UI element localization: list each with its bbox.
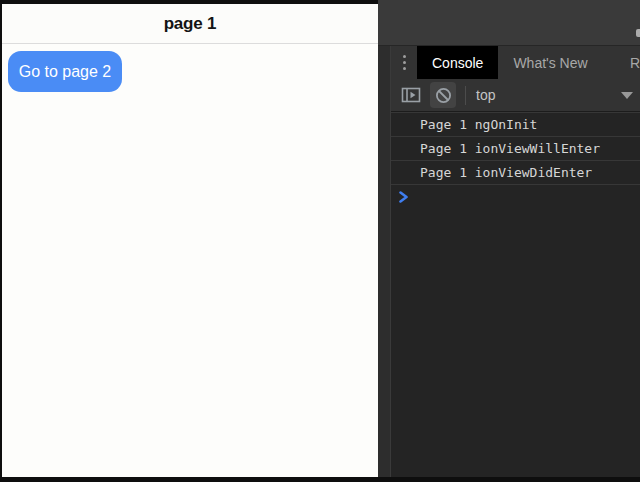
console-message: Page 1 ionViewDidEnter bbox=[391, 161, 640, 185]
prompt-chevron-icon bbox=[398, 191, 409, 203]
console-log-area: Page 1 ngOnInit Page 1 ionViewWillEnter … bbox=[391, 112, 640, 477]
clear-console-icon bbox=[435, 87, 452, 104]
console-message: Page 1 ionViewWillEnter bbox=[391, 137, 640, 161]
devtools-panel: Console What's New R top bbox=[378, 0, 640, 477]
tab-clipped[interactable]: R bbox=[624, 46, 640, 79]
clipped-ui-fragment bbox=[636, 29, 640, 37]
console-sidebar-icon bbox=[401, 87, 421, 103]
page-scrollbar[interactable] bbox=[378, 46, 391, 477]
show-console-sidebar-button[interactable] bbox=[398, 82, 424, 108]
context-selector[interactable]: top bbox=[476, 87, 495, 103]
toolbar-separator bbox=[465, 86, 466, 105]
devtools-top-area bbox=[378, 0, 640, 46]
tab-console[interactable]: Console bbox=[417, 46, 498, 79]
more-options-button[interactable] bbox=[391, 46, 417, 79]
console-toolbar: top bbox=[391, 79, 640, 112]
console-message: Page 1 ngOnInit bbox=[391, 113, 640, 137]
devtools-tab-bar: Console What's New R bbox=[391, 46, 640, 79]
screenshot-root: page 1 Go to page 2 Console What's New R bbox=[0, 0, 640, 482]
app-content: Go to page 2 bbox=[2, 44, 378, 99]
context-selector-label: top bbox=[476, 87, 495, 103]
go-to-page-2-button[interactable]: Go to page 2 bbox=[8, 51, 122, 92]
clear-console-button[interactable] bbox=[430, 82, 456, 108]
tab-whats-new[interactable]: What's New bbox=[498, 46, 602, 79]
console-prompt[interactable] bbox=[391, 185, 640, 209]
dropdown-arrow-icon[interactable] bbox=[621, 92, 633, 99]
app-preview-panel: page 1 Go to page 2 bbox=[2, 4, 378, 477]
kebab-menu-icon bbox=[403, 55, 406, 70]
app-header: page 1 bbox=[2, 4, 378, 44]
page-title: page 1 bbox=[164, 14, 217, 34]
